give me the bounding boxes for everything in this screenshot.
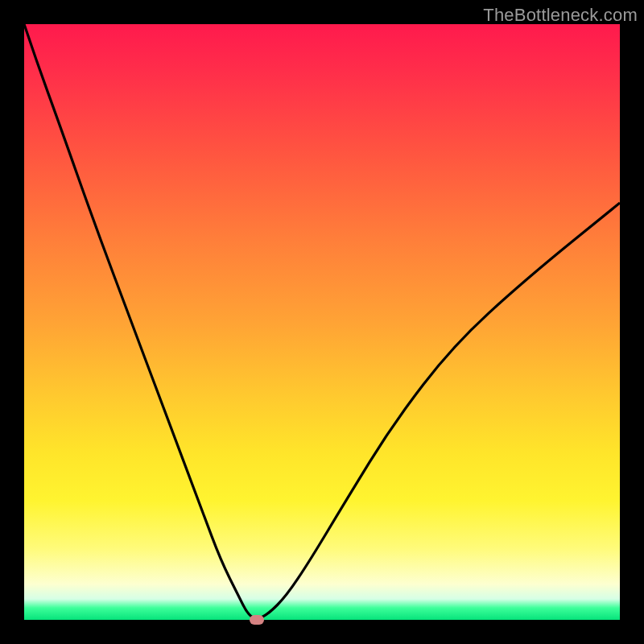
chart-frame: TheBottleneck.com xyxy=(0,0,644,644)
curve-path xyxy=(24,24,620,618)
bottleneck-curve xyxy=(24,24,620,620)
watermark-text: TheBottleneck.com xyxy=(483,5,638,26)
optimum-marker xyxy=(250,615,264,625)
